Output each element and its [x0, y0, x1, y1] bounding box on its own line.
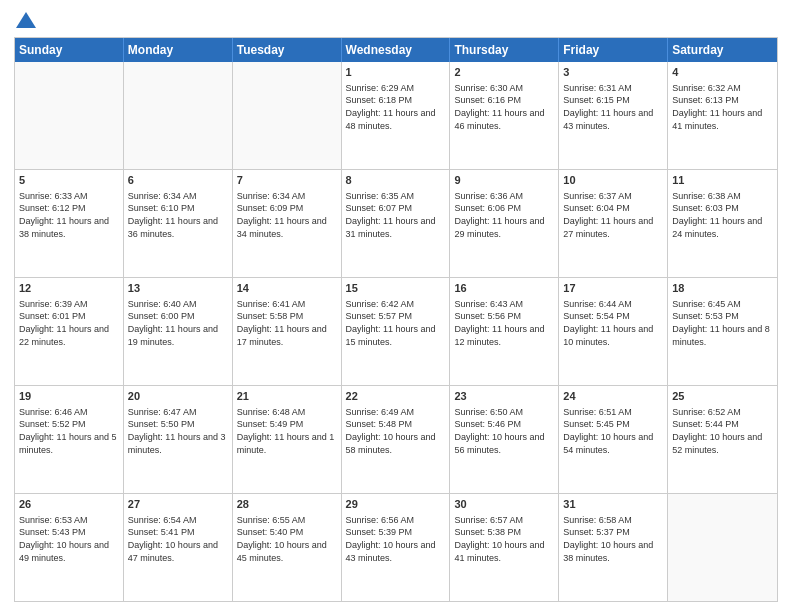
- header-day-wednesday: Wednesday: [342, 38, 451, 62]
- day-number: 15: [346, 281, 446, 296]
- day-number: 28: [237, 497, 337, 512]
- header-day-monday: Monday: [124, 38, 233, 62]
- day-number: 2: [454, 65, 554, 80]
- day-info: Sunrise: 6:48 AM Sunset: 5:49 PM Dayligh…: [237, 406, 337, 456]
- day-number: 24: [563, 389, 663, 404]
- day-cell-10: 10Sunrise: 6:37 AM Sunset: 6:04 PM Dayli…: [559, 170, 668, 277]
- day-info: Sunrise: 6:39 AM Sunset: 6:01 PM Dayligh…: [19, 298, 119, 348]
- calendar-row-2: 12Sunrise: 6:39 AM Sunset: 6:01 PM Dayli…: [15, 277, 777, 385]
- day-number: 6: [128, 173, 228, 188]
- day-info: Sunrise: 6:55 AM Sunset: 5:40 PM Dayligh…: [237, 514, 337, 564]
- day-number: 4: [672, 65, 773, 80]
- day-number: 27: [128, 497, 228, 512]
- day-info: Sunrise: 6:52 AM Sunset: 5:44 PM Dayligh…: [672, 406, 773, 456]
- calendar-row-3: 19Sunrise: 6:46 AM Sunset: 5:52 PM Dayli…: [15, 385, 777, 493]
- day-info: Sunrise: 6:54 AM Sunset: 5:41 PM Dayligh…: [128, 514, 228, 564]
- day-cell-23: 23Sunrise: 6:50 AM Sunset: 5:46 PM Dayli…: [450, 386, 559, 493]
- day-cell-26: 26Sunrise: 6:53 AM Sunset: 5:43 PM Dayli…: [15, 494, 124, 601]
- header: [14, 10, 778, 31]
- day-cell-25: 25Sunrise: 6:52 AM Sunset: 5:44 PM Dayli…: [668, 386, 777, 493]
- day-cell-27: 27Sunrise: 6:54 AM Sunset: 5:41 PM Dayli…: [124, 494, 233, 601]
- day-number: 17: [563, 281, 663, 296]
- day-info: Sunrise: 6:57 AM Sunset: 5:38 PM Dayligh…: [454, 514, 554, 564]
- day-cell-2: 2Sunrise: 6:30 AM Sunset: 6:16 PM Daylig…: [450, 62, 559, 169]
- day-cell-30: 30Sunrise: 6:57 AM Sunset: 5:38 PM Dayli…: [450, 494, 559, 601]
- day-info: Sunrise: 6:32 AM Sunset: 6:13 PM Dayligh…: [672, 82, 773, 132]
- day-number: 31: [563, 497, 663, 512]
- day-number: 26: [19, 497, 119, 512]
- day-number: 14: [237, 281, 337, 296]
- logo: [14, 10, 36, 31]
- day-cell-7: 7Sunrise: 6:34 AM Sunset: 6:09 PM Daylig…: [233, 170, 342, 277]
- day-number: 3: [563, 65, 663, 80]
- day-number: 12: [19, 281, 119, 296]
- day-cell-5: 5Sunrise: 6:33 AM Sunset: 6:12 PM Daylig…: [15, 170, 124, 277]
- svg-marker-0: [16, 12, 36, 28]
- day-cell-3: 3Sunrise: 6:31 AM Sunset: 6:15 PM Daylig…: [559, 62, 668, 169]
- day-info: Sunrise: 6:34 AM Sunset: 6:10 PM Dayligh…: [128, 190, 228, 240]
- day-cell-17: 17Sunrise: 6:44 AM Sunset: 5:54 PM Dayli…: [559, 278, 668, 385]
- day-info: Sunrise: 6:45 AM Sunset: 5:53 PM Dayligh…: [672, 298, 773, 348]
- page: SundayMondayTuesdayWednesdayThursdayFrid…: [0, 0, 792, 612]
- day-cell-21: 21Sunrise: 6:48 AM Sunset: 5:49 PM Dayli…: [233, 386, 342, 493]
- day-info: Sunrise: 6:40 AM Sunset: 6:00 PM Dayligh…: [128, 298, 228, 348]
- day-cell-19: 19Sunrise: 6:46 AM Sunset: 5:52 PM Dayli…: [15, 386, 124, 493]
- day-number: 7: [237, 173, 337, 188]
- day-info: Sunrise: 6:33 AM Sunset: 6:12 PM Dayligh…: [19, 190, 119, 240]
- day-cell-14: 14Sunrise: 6:41 AM Sunset: 5:58 PM Dayli…: [233, 278, 342, 385]
- day-number: 16: [454, 281, 554, 296]
- header-day-sunday: Sunday: [15, 38, 124, 62]
- day-number: 29: [346, 497, 446, 512]
- day-info: Sunrise: 6:47 AM Sunset: 5:50 PM Dayligh…: [128, 406, 228, 456]
- day-number: 22: [346, 389, 446, 404]
- day-info: Sunrise: 6:50 AM Sunset: 5:46 PM Dayligh…: [454, 406, 554, 456]
- day-info: Sunrise: 6:37 AM Sunset: 6:04 PM Dayligh…: [563, 190, 663, 240]
- day-cell-24: 24Sunrise: 6:51 AM Sunset: 5:45 PM Dayli…: [559, 386, 668, 493]
- header-day-saturday: Saturday: [668, 38, 777, 62]
- calendar-row-4: 26Sunrise: 6:53 AM Sunset: 5:43 PM Dayli…: [15, 493, 777, 601]
- day-cell-13: 13Sunrise: 6:40 AM Sunset: 6:00 PM Dayli…: [124, 278, 233, 385]
- day-number: 1: [346, 65, 446, 80]
- day-info: Sunrise: 6:56 AM Sunset: 5:39 PM Dayligh…: [346, 514, 446, 564]
- day-info: Sunrise: 6:35 AM Sunset: 6:07 PM Dayligh…: [346, 190, 446, 240]
- day-info: Sunrise: 6:51 AM Sunset: 5:45 PM Dayligh…: [563, 406, 663, 456]
- day-info: Sunrise: 6:30 AM Sunset: 6:16 PM Dayligh…: [454, 82, 554, 132]
- calendar-body: 1Sunrise: 6:29 AM Sunset: 6:18 PM Daylig…: [15, 62, 777, 601]
- calendar-row-1: 5Sunrise: 6:33 AM Sunset: 6:12 PM Daylig…: [15, 169, 777, 277]
- day-cell-8: 8Sunrise: 6:35 AM Sunset: 6:07 PM Daylig…: [342, 170, 451, 277]
- day-number: 13: [128, 281, 228, 296]
- day-cell-6: 6Sunrise: 6:34 AM Sunset: 6:10 PM Daylig…: [124, 170, 233, 277]
- day-number: 11: [672, 173, 773, 188]
- day-info: Sunrise: 6:31 AM Sunset: 6:15 PM Dayligh…: [563, 82, 663, 132]
- day-number: 9: [454, 173, 554, 188]
- calendar-row-0: 1Sunrise: 6:29 AM Sunset: 6:18 PM Daylig…: [15, 62, 777, 169]
- day-number: 5: [19, 173, 119, 188]
- day-info: Sunrise: 6:58 AM Sunset: 5:37 PM Dayligh…: [563, 514, 663, 564]
- day-number: 18: [672, 281, 773, 296]
- day-info: Sunrise: 6:38 AM Sunset: 6:03 PM Dayligh…: [672, 190, 773, 240]
- day-cell-9: 9Sunrise: 6:36 AM Sunset: 6:06 PM Daylig…: [450, 170, 559, 277]
- calendar: SundayMondayTuesdayWednesdayThursdayFrid…: [14, 37, 778, 602]
- day-cell-11: 11Sunrise: 6:38 AM Sunset: 6:03 PM Dayli…: [668, 170, 777, 277]
- day-cell-18: 18Sunrise: 6:45 AM Sunset: 5:53 PM Dayli…: [668, 278, 777, 385]
- day-cell-12: 12Sunrise: 6:39 AM Sunset: 6:01 PM Dayli…: [15, 278, 124, 385]
- day-cell-4: 4Sunrise: 6:32 AM Sunset: 6:13 PM Daylig…: [668, 62, 777, 169]
- day-number: 21: [237, 389, 337, 404]
- logo-icon: [16, 10, 36, 30]
- day-cell-15: 15Sunrise: 6:42 AM Sunset: 5:57 PM Dayli…: [342, 278, 451, 385]
- day-info: Sunrise: 6:34 AM Sunset: 6:09 PM Dayligh…: [237, 190, 337, 240]
- day-cell-empty: [668, 494, 777, 601]
- day-info: Sunrise: 6:44 AM Sunset: 5:54 PM Dayligh…: [563, 298, 663, 348]
- day-cell-empty: [15, 62, 124, 169]
- day-cell-22: 22Sunrise: 6:49 AM Sunset: 5:48 PM Dayli…: [342, 386, 451, 493]
- day-cell-29: 29Sunrise: 6:56 AM Sunset: 5:39 PM Dayli…: [342, 494, 451, 601]
- day-cell-1: 1Sunrise: 6:29 AM Sunset: 6:18 PM Daylig…: [342, 62, 451, 169]
- day-info: Sunrise: 6:41 AM Sunset: 5:58 PM Dayligh…: [237, 298, 337, 348]
- day-cell-20: 20Sunrise: 6:47 AM Sunset: 5:50 PM Dayli…: [124, 386, 233, 493]
- day-cell-16: 16Sunrise: 6:43 AM Sunset: 5:56 PM Dayli…: [450, 278, 559, 385]
- day-cell-empty: [233, 62, 342, 169]
- day-number: 8: [346, 173, 446, 188]
- day-info: Sunrise: 6:36 AM Sunset: 6:06 PM Dayligh…: [454, 190, 554, 240]
- day-number: 25: [672, 389, 773, 404]
- day-info: Sunrise: 6:46 AM Sunset: 5:52 PM Dayligh…: [19, 406, 119, 456]
